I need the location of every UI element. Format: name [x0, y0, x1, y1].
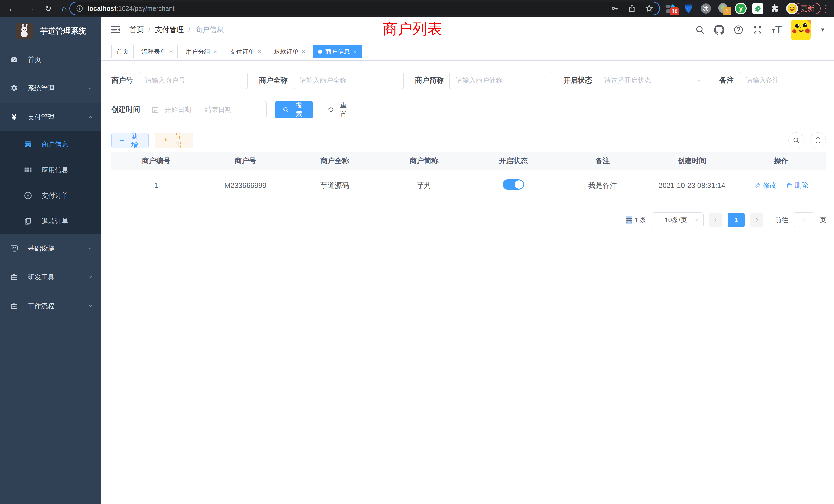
extension-recorder-icon[interactable]: 1 [718, 3, 729, 14]
tab-refund-order[interactable]: 退款订单× [269, 45, 310, 58]
sidebar-item-label: 基础设施 [28, 244, 54, 253]
active-dot [318, 49, 322, 54]
close-icon[interactable]: × [353, 48, 357, 55]
sidebar-item-home[interactable]: 首页 [0, 45, 101, 74]
browser-menu-icon[interactable]: ⋮ [821, 3, 830, 14]
start-date-placeholder[interactable]: 开始日期 [164, 105, 191, 114]
sidebar-item-pay[interactable]: ¥ 支付管理 [0, 102, 101, 131]
sidebar-item-pay-order[interactable]: 支付订单 [0, 183, 101, 208]
tab-pay-order[interactable]: 支付订单× [225, 45, 266, 58]
cell-short-name: 芋艿 [379, 181, 468, 190]
prev-page-button[interactable] [709, 213, 722, 227]
sidebar-item-workflow[interactable]: 工作流程 [0, 292, 101, 320]
bookmark-star-icon[interactable] [645, 4, 654, 13]
tab-home[interactable]: 首页 [111, 45, 133, 58]
filter-label: 开启状态 [563, 75, 592, 85]
breadcrumb-pay[interactable]: 支付管理 [155, 25, 184, 35]
app-title: 芋道管理系统 [40, 26, 86, 37]
sidebar-logo[interactable]: 芋道管理系统 [0, 17, 101, 45]
full-name-input[interactable] [293, 72, 404, 89]
remark-input[interactable] [740, 72, 828, 89]
extension-tabs-icon[interactable]: 10 [665, 3, 677, 14]
browser-update-button[interactable]: 更新 [794, 3, 821, 14]
cell-status [468, 179, 558, 191]
url-text[interactable]: localhost:1024/pay/merchant [88, 5, 175, 12]
tab-process-form[interactable]: 流程表单× [137, 45, 178, 58]
goto-label: 前往 [775, 215, 788, 225]
sidebar-item-refund-order[interactable]: 退款订单 [0, 208, 101, 234]
close-icon[interactable]: × [258, 48, 261, 55]
password-key-icon[interactable] [611, 4, 619, 13]
search-button[interactable]: 搜索 [275, 101, 313, 118]
sidebar-item-label: 首页 [28, 55, 41, 64]
add-button[interactable]: 新增 [111, 133, 149, 148]
pay-submenu: 商户信息 应用信息 支付订单 [0, 131, 101, 234]
address-bar[interactable]: localhost:1024/pay/merchant [69, 2, 660, 16]
sidebar-item-system[interactable]: 系统管理 [0, 74, 101, 102]
close-icon[interactable]: × [213, 48, 217, 55]
sidebar-item-label: 支付订单 [42, 191, 68, 200]
forward-icon[interactable]: → [26, 4, 35, 13]
next-page-button[interactable] [750, 213, 763, 227]
page-number-1[interactable]: 1 [728, 213, 745, 227]
edit-link[interactable]: 修改 [754, 181, 776, 190]
extension-balloon-icon[interactable] [682, 3, 694, 14]
site-info-icon[interactable] [76, 5, 84, 12]
filter-row-2: 创建时间 开始日期 - 结束日期 [111, 101, 826, 118]
chevron-down-icon [696, 77, 703, 84]
close-icon[interactable]: × [169, 48, 173, 55]
sidebar-item-app-info[interactable]: 应用信息 [0, 157, 101, 183]
date-separator: - [197, 106, 199, 114]
export-button[interactable]: 导出 [155, 133, 193, 148]
github-icon[interactable] [714, 25, 724, 35]
search-icon[interactable] [695, 25, 705, 35]
delete-link[interactable]: 删除 [786, 181, 808, 190]
sidebar-item-label: 系统管理 [28, 84, 54, 93]
reset-button[interactable]: 重置 [320, 101, 357, 118]
avatar-caret-icon[interactable]: ▼ [820, 27, 825, 33]
merchant-no-input[interactable] [139, 72, 247, 89]
sidebar-item-dev-tools[interactable]: 研发工具 [0, 263, 101, 292]
user-avatar[interactable] [791, 20, 811, 40]
extension-chat-icon[interactable] [752, 3, 763, 14]
date-range-picker[interactable]: 开始日期 - 结束日期 [146, 101, 266, 118]
filter-merchant-no: 商户号 [111, 72, 247, 89]
extension-command-icon[interactable]: ⌘ [700, 3, 712, 14]
reload-icon[interactable]: ↻ [45, 4, 51, 13]
status-toggle[interactable] [503, 179, 524, 190]
extension-y-icon[interactable]: y [735, 3, 747, 14]
navbar-actions: TT ▼ [695, 20, 825, 40]
extensions-puzzle-icon[interactable] [769, 3, 781, 14]
breadcrumb-home[interactable]: 首页 [129, 25, 144, 35]
sidebar-item-merchant-info[interactable]: 商户信息 [0, 131, 101, 157]
short-name-input[interactable] [449, 72, 552, 89]
refresh-icon[interactable] [810, 132, 826, 148]
chevron-down-icon [87, 303, 93, 309]
font-size-icon[interactable]: TT [772, 25, 782, 35]
hamburger-icon[interactable] [110, 25, 121, 35]
breadcrumb: 首页 / 支付管理 / 商户信息 [129, 25, 224, 35]
goto-page-input[interactable] [794, 212, 814, 227]
sidebar-item-infra[interactable]: 基础设施 [0, 234, 101, 263]
tab-user-group[interactable]: 用户分组× [181, 45, 222, 58]
col-header: 商户简称 [379, 156, 468, 166]
toggle-search-icon[interactable] [788, 132, 804, 148]
tab-merchant-info[interactable]: 商户信息× [313, 45, 361, 58]
home-icon[interactable]: ⌂ [62, 4, 67, 13]
cell-merchant-no: M233666999 [201, 181, 290, 190]
fullscreen-icon[interactable] [753, 25, 762, 35]
help-icon[interactable] [733, 25, 743, 35]
cell-full-name: 芋道源码 [290, 181, 379, 190]
filter-short-name: 商户简称 [415, 72, 552, 89]
col-header: 备注 [558, 156, 647, 166]
monitor-chart-icon [10, 244, 19, 253]
back-icon[interactable]: ← [8, 4, 16, 13]
sidebar-item-label: 研发工具 [28, 273, 54, 282]
status-select[interactable]: 请选择开启状态 [598, 72, 708, 89]
table-header-row: 商户编号 商户号 商户全称 商户简称 开启状态 备注 创建时间 操作 [111, 152, 826, 170]
end-date-placeholder[interactable]: 结束日期 [205, 105, 232, 114]
command-glyph: ⌘ [701, 3, 711, 14]
close-icon[interactable]: × [302, 48, 305, 55]
page-size-select[interactable]: 10条/页 [652, 212, 704, 227]
share-icon[interactable] [628, 4, 636, 13]
